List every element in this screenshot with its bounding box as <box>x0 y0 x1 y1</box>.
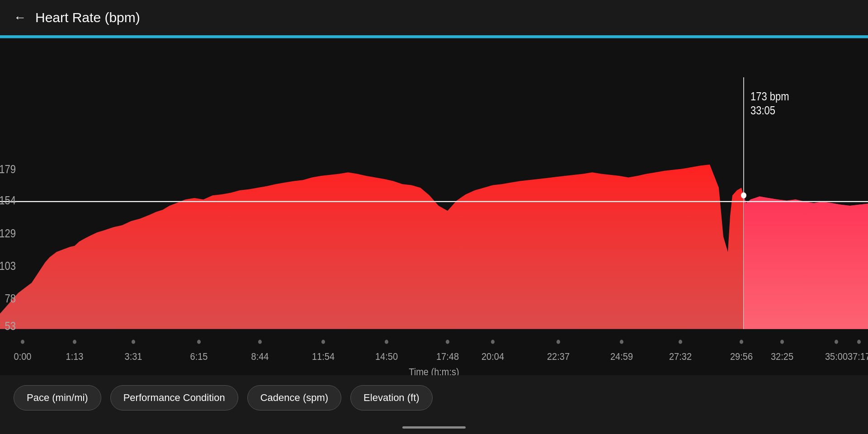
x-dot-1 <box>73 340 76 344</box>
y-label-78: 78 <box>5 292 16 305</box>
x-label-13: 32:25 <box>771 351 793 362</box>
tooltip-bpm-text: 173 bpm <box>750 90 789 103</box>
x-label-14: 35:00 <box>825 351 848 362</box>
x-dot-0 <box>21 340 24 344</box>
y-label-154: 154 <box>0 194 16 207</box>
x-label-7: 17:48 <box>436 351 459 362</box>
x-label-2: 3:31 <box>125 351 142 362</box>
pace-button[interactable]: Pace (min/mi) <box>14 385 101 410</box>
x-dot-8 <box>491 340 495 344</box>
x-dot-9 <box>557 340 560 344</box>
x-dot-4 <box>258 340 262 344</box>
x-dot-7 <box>446 340 449 344</box>
x-label-15: 37:17 <box>848 351 868 362</box>
back-button[interactable]: ← <box>14 11 26 24</box>
x-label-8: 20:04 <box>481 351 504 362</box>
x-label-12: 29:56 <box>730 351 753 362</box>
cursor-dot <box>741 192 746 198</box>
page-title: Heart Rate (bpm) <box>35 10 140 25</box>
x-label-3: 6:15 <box>190 351 208 362</box>
performance-condition-button[interactable]: Performance Condition <box>110 385 238 410</box>
y-label-103: 103 <box>0 260 16 273</box>
x-label-11: 27:32 <box>669 351 692 362</box>
x-dot-12 <box>740 340 743 344</box>
cadence-button[interactable]: Cadence (spm) <box>247 385 341 410</box>
x-label-5: 11:54 <box>312 351 335 362</box>
x-axis-label: Time (h:m:s) <box>409 366 459 375</box>
x-label-1: 1:13 <box>66 351 84 362</box>
x-label-10: 24:59 <box>610 351 633 362</box>
bottom-bar: Pace (min/mi) Performance Condition Cade… <box>0 375 868 420</box>
heart-rate-fill-right <box>744 195 868 329</box>
x-dot-5 <box>321 340 325 344</box>
tooltip-time-text: 33:05 <box>750 104 775 117</box>
x-dot-6 <box>385 340 388 344</box>
home-indicator <box>0 420 868 434</box>
y-label-179: 179 <box>0 163 16 176</box>
x-dot-2 <box>132 340 135 344</box>
header: ← Heart Rate (bpm) <box>0 0 868 36</box>
x-dot-13 <box>780 340 784 344</box>
x-label-0: 0:00 <box>14 351 32 362</box>
heart-rate-chart: 173 bpm 33:05 179 154 129 103 78 53 0:00… <box>0 36 868 375</box>
x-dot-11 <box>679 340 682 344</box>
x-label-4: 8:44 <box>251 351 269 362</box>
x-label-9: 22:37 <box>547 351 570 362</box>
y-label-129: 129 <box>0 227 16 240</box>
elevation-button[interactable]: Elevation (ft) <box>350 385 433 410</box>
x-dot-15 <box>857 340 861 344</box>
y-label-53: 53 <box>5 320 16 333</box>
x-dot-3 <box>197 340 201 344</box>
x-label-6: 14:50 <box>375 351 398 362</box>
x-dot-10 <box>620 340 623 344</box>
x-dot-14 <box>835 340 838 344</box>
chart-container: 173 bpm 33:05 179 154 129 103 78 53 0:00… <box>0 36 868 375</box>
top-bar <box>0 36 868 38</box>
home-bar <box>402 426 466 429</box>
